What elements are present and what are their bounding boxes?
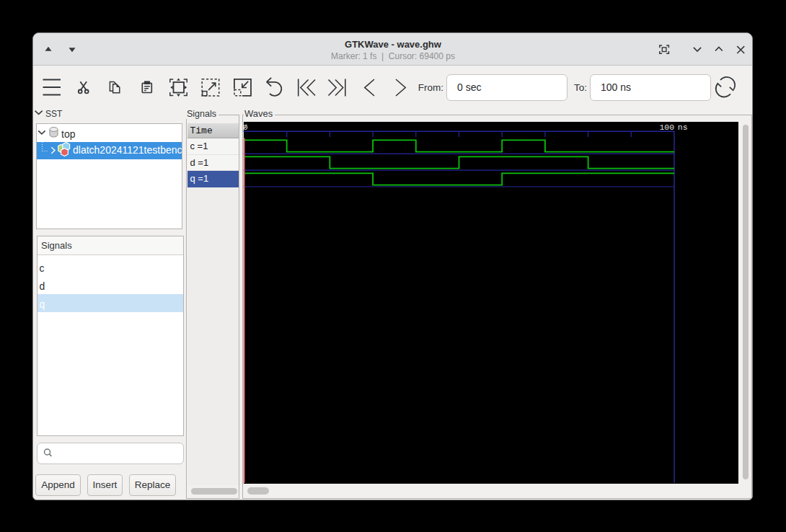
svg-text:0: 0 (243, 123, 248, 132)
svg-text:ns: ns (678, 123, 688, 132)
svg-text:100: 100 (659, 123, 674, 132)
